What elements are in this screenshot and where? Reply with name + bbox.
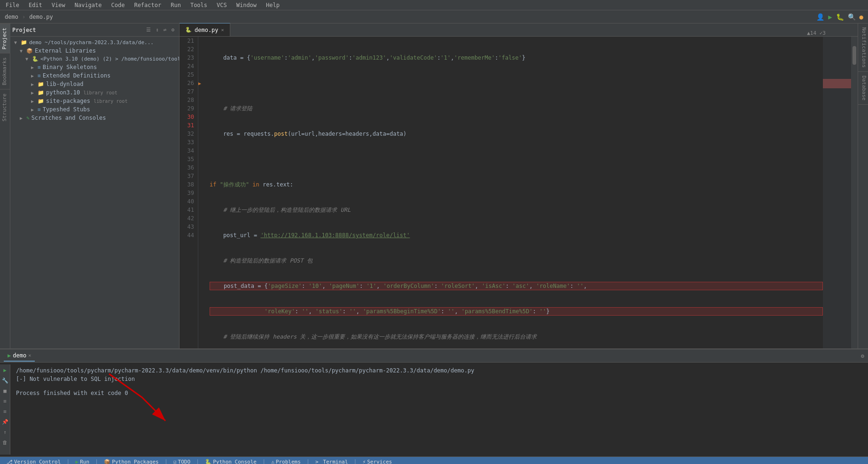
run-exit-code: Process finished with exit code 0 (16, 389, 862, 397)
scrollbar[interactable] (851, 37, 858, 348)
scroll-thumb[interactable] (852, 46, 856, 65)
run-pin-button[interactable]: 📌 (1, 418, 9, 425)
run-button[interactable]: ▶ (828, 13, 832, 21)
tree-arrow-lib: ▶ (31, 82, 36, 87)
sidebar-item-database[interactable]: Database (858, 72, 868, 105)
menu-refactor[interactable]: Refactor (132, 2, 163, 8)
menu-bar: File Edit View Navigate Code Refactor Ru… (0, 0, 868, 10)
sidebar-icon-settings[interactable]: ⚙ (170, 26, 176, 34)
tree-item-demo[interactable]: ▼ 📁 demo ~/tools/pycharm-2022.3.3/data/d… (10, 39, 180, 46)
left-tabs: Project Bookmarks Structure (0, 23, 10, 348)
run-panel-header: ▶ demo ✕ ⚙ (0, 349, 868, 363)
run-status-icon: ▶ (76, 459, 79, 464)
tree-item-python310-root[interactable]: ▶ 📁 python3.10 library root (10, 88, 180, 97)
tree-item-external-libs[interactable]: ▼ 📦 External Libraries (10, 46, 180, 55)
tree-item-scratches[interactable]: ▶ ✎ Scratches and Consoles (10, 114, 180, 122)
run-list-button2[interactable]: ≡ (1, 408, 9, 415)
status-python-console[interactable]: 🐍 Python Console (202, 459, 259, 464)
code-line-21: data = {'username':'admin','password':'a… (210, 54, 823, 62)
run-tab-demo[interactable]: ▶ demo ✕ (4, 350, 35, 362)
sidebar-icon-expand[interactable]: ⇌ (162, 26, 168, 34)
run-wrench-button[interactable]: 🔧 (1, 377, 9, 384)
editor-indicator: ▲14 ✓3 (807, 30, 829, 36)
code-line-30: post_data = {'pageSize': '10', 'pageNum'… (210, 282, 823, 290)
run-panel-settings[interactable]: ⚙ (861, 353, 864, 359)
python-file-icon: 🐍 (185, 27, 192, 33)
run-tab-close[interactable]: ✕ (28, 353, 31, 358)
tab-bar: 🐍 demo.py ✕ ▲14 ✓3 (180, 23, 858, 37)
sidebar-item-structure[interactable]: Structure (0, 89, 10, 125)
tree-item-typeshed[interactable]: ▶ ≡ Typeshed Stubs (10, 105, 180, 114)
menu-tools[interactable]: Tools (188, 2, 209, 8)
tree-label-python310: <Python 3.10 (demo) (2) > /home/funsiooo… (40, 56, 180, 62)
tree-label-lib-dynload: lib-dynload (46, 81, 83, 87)
code-line-27: # 继上一步的登陆后，构造登陆后的数据请求 URL (210, 206, 823, 214)
status-problems[interactable]: ⚠ Problems (268, 459, 304, 464)
sidebar-item-project[interactable]: Project (0, 23, 10, 53)
profile-button[interactable]: ● (860, 13, 863, 21)
run-icon: ▶ (8, 352, 11, 359)
tree-arrow-py-root: ▶ (31, 90, 36, 95)
tree-label-extended-defs: Extended Definitions (43, 72, 111, 79)
run-output-line1: [-] Not vulnerable to SQL injection (16, 375, 862, 383)
module-icon-binary: ≡ (38, 64, 41, 70)
tree-item-binary-skeletons[interactable]: ▶ ≡ Binary Skeletons (10, 63, 180, 71)
status-bar: ⎇ Version Control | ▶ Run | 📦 Python Pac… (0, 456, 868, 464)
tree-label-demo: demo ~/tools/pycharm-2022.3.3/data/de... (29, 39, 154, 46)
status-version-control[interactable]: ⎇ Version Control (4, 459, 63, 464)
python-icon: 🐍 (32, 56, 39, 62)
module-icon-ext-def: ≡ (38, 73, 41, 79)
editor-tab-demo-py[interactable]: 🐍 demo.py ✕ (180, 23, 230, 36)
sidebar-item-notifications[interactable]: Notifications (858, 23, 868, 72)
services-icon: ⚡ (363, 459, 366, 464)
tree-item-lib-dynload[interactable]: ▶ 📁 lib-dynload (10, 80, 180, 88)
tree-label-site-packages: site-packages library root (46, 98, 127, 104)
menu-edit[interactable]: Edit (27, 2, 44, 8)
tree-item-python310[interactable]: ▼ 🐍 <Python 3.10 (demo) (2) > /home/funs… (10, 55, 180, 63)
run-stop-button[interactable]: ■ (1, 387, 9, 394)
debug-button[interactable]: 🐛 (836, 13, 844, 21)
run-list-button[interactable]: ≡ (1, 397, 9, 405)
status-services[interactable]: ⚡ Services (360, 459, 395, 464)
menu-run[interactable]: Run (169, 2, 183, 8)
sidebar-toolbar: Project ☰ ↕ ⇌ ⚙ — (10, 23, 180, 37)
code-line-29: # 构造登陆后的数据请求 POST 包 (210, 256, 823, 265)
menu-window[interactable]: Window (235, 2, 258, 8)
module-icon-typeshed: ≡ (38, 107, 41, 113)
status-python-packages[interactable]: 📦 Python Packages (101, 459, 161, 464)
menu-help[interactable]: Help (264, 2, 282, 8)
menu-code[interactable]: Code (109, 2, 127, 8)
tree-item-site-packages[interactable]: ▶ 📁 site-packages library root (10, 97, 180, 105)
run-command-line: /home/funsiooo/tools/pycharm/pycharm-202… (16, 366, 862, 375)
status-run[interactable]: ▶ Run (73, 459, 93, 464)
sidebar-icon-layout[interactable]: ☰ (145, 26, 152, 34)
code-line-23: # 请求登陆 (210, 104, 823, 113)
title-bar: demo › demo.py 👤 ▶ 🐛 🔍 ● (0, 10, 868, 23)
tab-close-button[interactable]: ✕ (221, 27, 224, 32)
code-line-24: res = requests.post(url=url,headers=head… (210, 130, 823, 138)
console-icon: 🐍 (205, 459, 211, 464)
menu-view[interactable]: View (50, 2, 67, 8)
run-play-button[interactable]: ▶ (1, 366, 9, 374)
title-project: demo (5, 14, 18, 20)
search-button[interactable]: 🔍 (848, 13, 856, 21)
tree-arrow-scratches: ▶ (20, 116, 24, 121)
status-todo[interactable]: ☑ TODO (171, 459, 193, 464)
run-trash-button[interactable]: 🗑 (1, 439, 9, 446)
sidebar-item-bookmarks[interactable]: Bookmarks (0, 53, 10, 89)
menu-navigate[interactable]: Navigate (73, 2, 104, 8)
run-up-button[interactable]: ↑ (1, 428, 9, 436)
minimap-highlight (823, 79, 851, 88)
sidebar-title: Project (12, 27, 36, 33)
menu-file[interactable]: File (4, 2, 21, 8)
sidebar-icon-sort[interactable]: ↕ (154, 26, 160, 34)
tab-label: demo.py (195, 27, 219, 33)
status-terminal[interactable]: >_ Terminal (313, 459, 351, 464)
code-line-22 (210, 79, 823, 87)
user-icon[interactable]: 👤 (816, 13, 824, 21)
code-editor[interactable]: data = {'username':'admin','password':'a… (206, 37, 823, 348)
code-content[interactable]: 21 22 23 24 25 26 27 28 29 30 31 32 33 3… (180, 37, 858, 348)
menu-vcs[interactable]: VCS (215, 2, 229, 8)
run-content: ▶ 🔧 ■ ≡ ≡ 📌 ↑ 🗑 /home/funsiooo/tools/pyc… (0, 363, 868, 456)
tree-item-extended-defs[interactable]: ▶ ≡ Extended Definitions (10, 71, 180, 80)
